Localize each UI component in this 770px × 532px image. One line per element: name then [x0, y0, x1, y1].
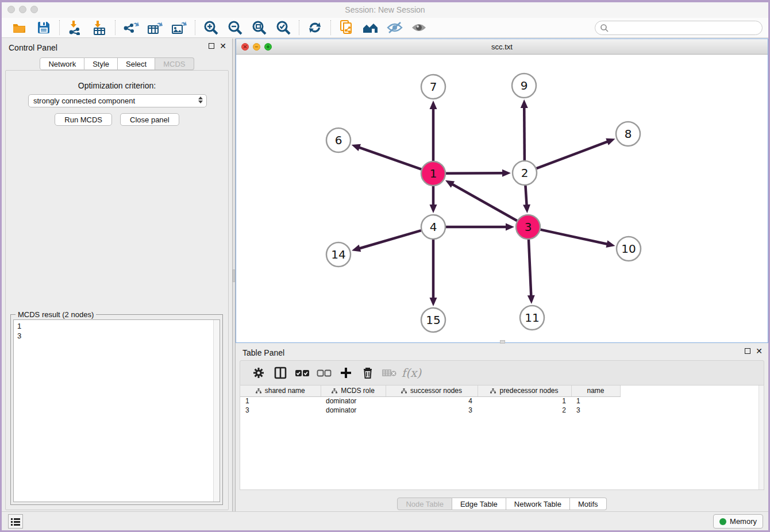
zoom-out-icon[interactable]: [225, 19, 245, 36]
import-table-icon[interactable]: [90, 19, 109, 36]
column-header[interactable]: name: [571, 385, 620, 396]
tab-node-table[interactable]: Node Table: [397, 498, 452, 510]
table-panel: Table Panel ✕: [236, 344, 768, 515]
deselect-all-icon[interactable]: [314, 364, 334, 381]
node-table: shared nameMCDS rolesuccessor nodesprede…: [240, 385, 764, 490]
close-panel-button[interactable]: Close panel: [120, 113, 179, 126]
table-panel-header: Table Panel ✕: [236, 344, 768, 361]
tab-network-table[interactable]: Network Table: [506, 498, 570, 510]
table-cell[interactable]: 3: [386, 406, 478, 415]
mcds-result-text[interactable]: 1 3: [13, 319, 220, 502]
graph-edge-arrowhead: [523, 205, 530, 213]
add-column-icon[interactable]: [336, 364, 356, 381]
column-header[interactable]: MCDS role: [321, 385, 386, 396]
table-toolbar: f(x): [240, 360, 764, 385]
table-cell[interactable]: 1: [571, 396, 620, 406]
graph-edge-3-10[interactable]: [540, 230, 609, 245]
graph-node-label: 1: [430, 167, 437, 180]
tab-motifs[interactable]: Motifs: [570, 498, 607, 510]
float-panel-icon[interactable]: [209, 43, 214, 49]
hierarchy-icon: [401, 388, 407, 394]
table-row[interactable]: 1dominator411: [240, 396, 620, 406]
select-all-icon[interactable]: [292, 364, 313, 381]
graph-node-label: 3: [525, 220, 532, 234]
tab-mcds[interactable]: MCDS: [155, 57, 194, 70]
memory-button[interactable]: Memory: [713, 514, 763, 529]
open-session-icon[interactable]: [10, 19, 29, 36]
task-history-button[interactable]: [8, 514, 23, 529]
graph-edge-1-6[interactable]: [357, 147, 421, 169]
table-cell[interactable]: 1: [478, 396, 571, 406]
table-cell[interactable]: 3: [240, 406, 321, 415]
mcds-result-legend: MCDS result (2 nodes): [16, 310, 96, 319]
float-panel-icon[interactable]: [745, 348, 750, 354]
save-session-icon[interactable]: [34, 19, 53, 36]
network-canvas[interactable]: 7968124314101511: [236, 55, 768, 342]
graph-node-label: 10: [621, 242, 636, 256]
graph-edge-4-14[interactable]: [358, 230, 421, 249]
column-header[interactable]: shared name: [240, 385, 321, 396]
status-bar: Memory: [2, 511, 768, 530]
control-panel-header: Control Panel ✕: [2, 38, 232, 56]
gear-icon[interactable]: [248, 364, 269, 381]
graph-node-label: 9: [521, 79, 528, 92]
toolbar-separator: [330, 20, 331, 35]
export-table-icon[interactable]: [145, 19, 165, 36]
graph-edge-2-8[interactable]: [537, 141, 610, 168]
graph-node-label: 14: [331, 248, 345, 261]
table-scrollbar[interactable]: [759, 385, 764, 489]
graph-edge-arrowhead: [506, 223, 514, 231]
control-panel: Control Panel ✕ Network Style Select MCD…: [2, 38, 232, 515]
import-network-icon[interactable]: [66, 19, 85, 36]
table-cell[interactable]: dominator: [321, 406, 386, 415]
graph-edge-3-1[interactable]: [451, 183, 517, 221]
export-network-icon[interactable]: [121, 19, 141, 36]
graph-edge-arrowhead: [430, 205, 437, 213]
tab-style[interactable]: Style: [84, 57, 118, 70]
graph-edge-arrowhead: [430, 298, 437, 306]
split-columns-icon[interactable]: [270, 364, 291, 381]
delete-table-icon[interactable]: [379, 364, 400, 381]
column-header[interactable]: predecessor nodes: [478, 385, 571, 396]
result-scrollbar[interactable]: [213, 320, 220, 502]
function-builder-icon: f(x): [401, 364, 422, 381]
graph-edge-arrowhead: [352, 144, 361, 151]
refresh-icon[interactable]: [305, 19, 325, 36]
graph-node-label: 2: [521, 166, 529, 180]
first-neighbors-icon[interactable]: [361, 19, 380, 36]
splitter-handle[interactable]: [233, 269, 235, 282]
table-row[interactable]: 3dominator323: [240, 406, 620, 415]
table-cell[interactable]: 2: [478, 406, 571, 415]
run-mcds-button[interactable]: Run MCDS: [55, 113, 112, 126]
search-input[interactable]: [595, 21, 763, 35]
network-window-title: scc.txt: [236, 43, 768, 51]
zoom-fit-icon[interactable]: [249, 19, 269, 36]
close-panel-icon[interactable]: ✕: [220, 43, 226, 49]
graph-edge-2-9[interactable]: [524, 106, 525, 160]
network-window-titlebar[interactable]: ✕ − + scc.txt: [236, 39, 768, 55]
column-header[interactable]: successor nodes: [386, 385, 478, 396]
delete-column-icon[interactable]: [357, 364, 378, 381]
search-icon: [600, 24, 609, 33]
zoom-selected-icon[interactable]: [274, 19, 293, 36]
close-panel-icon[interactable]: ✕: [756, 348, 763, 354]
table-cell[interactable]: 4: [386, 396, 478, 406]
graph-edge-1-2[interactable]: [446, 173, 505, 174]
table-cell[interactable]: dominator: [321, 396, 386, 406]
graph-edge-3-11[interactable]: [529, 240, 531, 298]
fx-label: f(x): [402, 366, 421, 380]
criterion-select[interactable]: strongly connected component: [28, 94, 207, 107]
tab-edge-table[interactable]: Edge Table: [452, 498, 506, 510]
tab-network[interactable]: Network: [40, 57, 84, 70]
table-cell[interactable]: 3: [571, 406, 620, 415]
export-image-icon[interactable]: [170, 19, 189, 36]
zoom-in-icon[interactable]: [201, 19, 221, 36]
graph-node-label: 8: [625, 127, 632, 141]
table-cell[interactable]: 1: [240, 396, 321, 406]
tab-select[interactable]: Select: [118, 57, 155, 70]
new-network-from-selection-icon[interactable]: [337, 19, 356, 36]
network-graph[interactable]: 7968124314101511: [236, 55, 768, 342]
graph-edge-2-3[interactable]: [525, 186, 526, 207]
show-all-icon[interactable]: [409, 19, 429, 36]
hide-selected-icon[interactable]: [385, 19, 405, 36]
